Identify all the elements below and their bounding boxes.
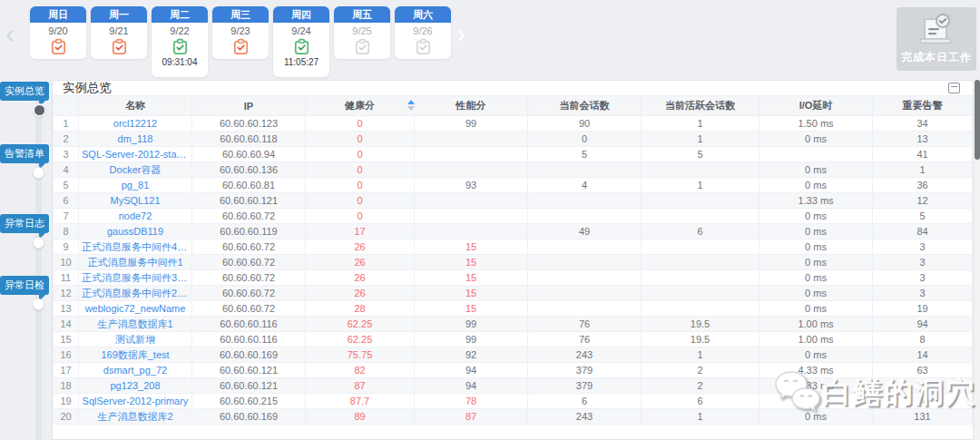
column-header[interactable]: 健康分 <box>306 96 415 116</box>
table-row[interactable]: 17 dsmart_pg_72 60.60.60.121 82 94 379 2… <box>54 363 973 378</box>
ip-cell: 60.60.60.116 <box>192 332 306 347</box>
row-index: 7 <box>54 209 79 224</box>
table-row[interactable]: 13 weblogic72_newName 60.60.60.72 28 15 … <box>54 301 973 317</box>
scrollbar-thumb[interactable] <box>975 80 980 160</box>
sessions-cell <box>528 270 642 286</box>
day-card[interactable]: 周四 9/24 11:05:27 <box>273 6 329 77</box>
table-row[interactable]: 2 dm_118 60.60.60.118 0 0 1 0 ms 13 <box>54 132 973 147</box>
column-header[interactable]: 性能分 <box>415 96 528 116</box>
column-header[interactable]: IP <box>192 96 306 116</box>
sidebar-item[interactable]: 告警清单 <box>0 144 49 163</box>
instance-name-link[interactable]: 生产消息数据库1 <box>79 317 192 332</box>
active-sessions-cell <box>642 193 760 209</box>
table-row[interactable]: 20 生产消息数据库2 60.60.60.169 89 87 243 1 0 m… <box>54 409 973 425</box>
day-card[interactable]: 周日 9/20 <box>30 6 86 59</box>
alerts-cell: 1 <box>873 162 973 178</box>
table-row[interactable]: 5 pg_81 60.60.60.81 0 93 4 1 0 ms 36 <box>54 178 973 193</box>
table-row[interactable]: 18 pg123_208 60.60.60.121 87 94 379 2 1.… <box>54 378 973 394</box>
instance-name-link[interactable]: pg123_208 <box>79 378 192 394</box>
alerts-cell: 74 <box>873 394 973 409</box>
sessions-cell: 0 <box>528 132 642 147</box>
timeline-node[interactable] <box>33 103 46 117</box>
row-index: 2 <box>54 132 79 147</box>
carousel-next-button[interactable]: › <box>456 20 466 47</box>
day-label: 周一 <box>91 6 147 23</box>
table-row[interactable]: 8 gaussDB119 60.60.60.119 17 49 6 0 ms 8… <box>54 224 973 240</box>
column-header[interactable]: I/O延时 <box>760 96 873 116</box>
carousel-prev-button[interactable]: ‹ <box>5 20 15 47</box>
timeline-node[interactable] <box>33 237 44 249</box>
finish-today-label: 完成本日工作 <box>901 50 972 65</box>
finish-today-button[interactable]: 完成本日工作 <box>897 7 976 71</box>
day-label: 周三 <box>212 6 269 23</box>
instance-name-link[interactable]: orcl12212 <box>79 116 192 132</box>
clipboard-check-icon <box>232 38 250 55</box>
timeline-node[interactable] <box>33 167 44 179</box>
alerts-cell: 19 <box>873 301 973 317</box>
instance-name-link[interactable]: 正式消息服务中间件2-IT健康管理 <box>79 286 192 301</box>
day-card[interactable]: 周一 9/21 <box>91 6 147 59</box>
column-header[interactable]: 当前会话数 <box>528 96 642 116</box>
health-score-cell: 26 <box>306 255 415 270</box>
table-row[interactable]: 16 169数据库_test 60.60.60.169 75.75 92 243… <box>54 347 973 363</box>
row-index: 17 <box>54 363 79 378</box>
table-row[interactable]: 12 正式消息服务中间件2-IT健康管理 60.60.60.72 26 15 0… <box>54 286 973 301</box>
active-sessions-cell: 1 <box>642 178 760 193</box>
table-row[interactable]: 15 测试新增 60.60.60.116 62.25 99 76 19.5 1.… <box>54 332 973 347</box>
sidebar-item-label[interactable]: 异常日志 <box>0 214 49 233</box>
active-sessions-cell: 5 <box>642 147 760 162</box>
instance-name-link[interactable]: 正式消息服务中间件1 <box>79 255 192 270</box>
table-row[interactable]: 7 node72 60.60.60.72 0 0 ms 5 <box>54 209 973 224</box>
perf-score-cell: 99 <box>415 317 528 332</box>
day-label: 周日 <box>30 6 86 23</box>
day-card[interactable]: 周二 9/22 09:31:04 <box>152 6 208 77</box>
table-row[interactable]: 9 正式消息服务中间件4-IT健康管... 60.60.60.72 26 15 … <box>54 240 973 255</box>
instance-name-link[interactable]: pg_81 <box>79 178 192 193</box>
export-icon[interactable] <box>948 83 960 93</box>
perf-score-cell: 99 <box>415 116 528 132</box>
instance-name-link[interactable]: MySQL121 <box>79 193 192 209</box>
sessions-cell: 243 <box>528 347 642 363</box>
instance-name-link[interactable]: 169数据库_test <box>79 347 192 363</box>
alerts-cell: 8 <box>873 332 973 347</box>
day-card[interactable]: 周六 9/26 <box>395 6 451 59</box>
instance-name-link[interactable]: SQL-Server-2012-standby <box>79 147 192 162</box>
active-sessions-cell <box>642 301 760 317</box>
io-latency-cell <box>760 147 873 162</box>
instance-name-link[interactable]: dm_118 <box>79 132 192 147</box>
instance-name-link[interactable]: 正式消息服务中间件4-IT健康管... <box>79 240 192 255</box>
table-row[interactable]: 14 生产消息数据库1 60.60.60.116 62.25 99 76 19.… <box>54 317 973 332</box>
instance-name-link[interactable]: dsmart_pg_72 <box>79 363 192 378</box>
column-header[interactable]: 当前活跃会话数 <box>642 96 760 116</box>
table-row[interactable]: 10 正式消息服务中间件1 60.60.60.72 26 15 0 ms 3 <box>54 255 973 270</box>
column-header[interactable]: 名称 <box>79 96 192 116</box>
table-row[interactable]: 4 Docker容器 60.60.60.136 0 0 ms 1 <box>54 162 973 178</box>
day-card[interactable]: 周五 9/25 <box>334 6 390 59</box>
sidebar-item[interactable]: 异常日志 <box>0 214 49 233</box>
sidebar-item[interactable]: 异常日检 <box>0 276 49 295</box>
sidebar-item-label[interactable]: 异常日检 <box>0 276 49 295</box>
table-row[interactable]: 19 SqlServer-2012-primary 60.60.60.215 8… <box>54 394 973 409</box>
instance-name-link[interactable]: 生产消息数据库2 <box>79 409 192 425</box>
table-row[interactable]: 1 orcl12212 60.60.60.123 0 99 90 1 1.50 … <box>54 116 973 132</box>
instance-name-link[interactable]: 测试新增 <box>79 332 192 347</box>
table-row[interactable]: 11 正式消息服务中间件3-IT健康管... 60.60.60.72 26 15… <box>54 270 973 286</box>
column-header[interactable]: 重要告警 <box>873 96 973 116</box>
table-row[interactable]: 6 MySQL121 60.60.60.121 0 1.33 ms 12 <box>54 193 973 209</box>
column-header[interactable] <box>54 96 79 116</box>
sidebar-item-label[interactable]: 告警清单 <box>0 144 49 163</box>
instance-name-link[interactable]: node72 <box>79 209 192 224</box>
instance-name-link[interactable]: gaussDB119 <box>79 224 192 240</box>
instance-name-link[interactable]: SqlServer-2012-primary <box>79 394 192 409</box>
io-latency-cell: 0 ms <box>760 270 873 286</box>
table-row[interactable]: 3 SQL-Server-2012-standby 60.60.60.94 0 … <box>54 147 973 162</box>
day-card[interactable]: 周三 9/23 <box>212 6 269 59</box>
timeline-node[interactable] <box>33 298 44 310</box>
health-score-cell: 26 <box>306 286 415 301</box>
instance-name-link[interactable]: weblogic72_newName <box>79 301 192 317</box>
instance-name-link[interactable]: 正式消息服务中间件3-IT健康管... <box>79 270 192 286</box>
sidebar-item[interactable]: 实例总览 <box>0 82 49 101</box>
instance-name-link[interactable]: Docker容器 <box>79 162 192 178</box>
sidebar-item-label[interactable]: 实例总览 <box>0 82 49 101</box>
scrollbar[interactable] <box>973 80 980 440</box>
